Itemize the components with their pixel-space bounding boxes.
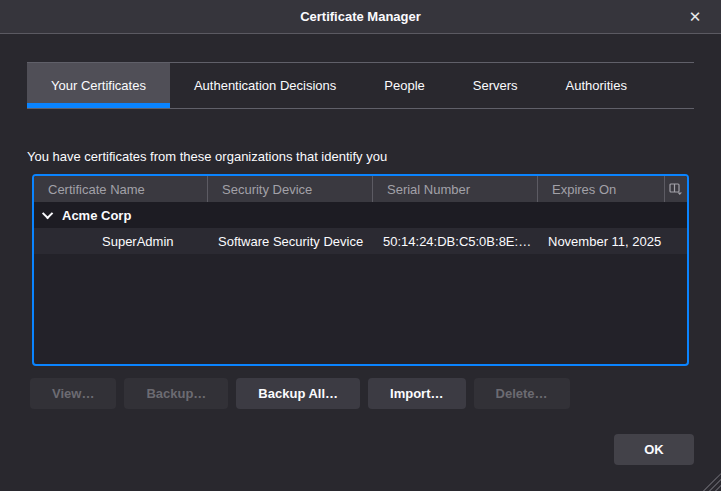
resize-grip[interactable] bbox=[701, 473, 721, 491]
cell-security-device: Software Security Device bbox=[207, 234, 372, 249]
tab-strip: Your Certificates Authentication Decisio… bbox=[27, 62, 694, 109]
dialog-footer: OK bbox=[27, 434, 694, 465]
close-icon[interactable]: ✕ bbox=[681, 0, 709, 33]
column-header-security-device[interactable]: Security Device bbox=[207, 176, 372, 202]
table-row-certificate[interactable]: SuperAdmin Software Security Device 50:1… bbox=[34, 228, 687, 254]
intro-text: You have certificates from these organiz… bbox=[27, 149, 694, 164]
cell-serial-number: 50:14:24:DB:C5:0B:8E:… bbox=[372, 234, 537, 249]
titlebar: Certificate Manager ✕ bbox=[0, 0, 721, 34]
certificate-table: Certificate Name Security Device Serial … bbox=[32, 174, 689, 366]
view-button: View… bbox=[30, 378, 116, 409]
table-header-row: Certificate Name Security Device Serial … bbox=[34, 176, 687, 202]
tab-label: Authentication Decisions bbox=[194, 78, 336, 93]
group-name: Acme Corp bbox=[62, 208, 131, 223]
column-header-expires-on[interactable]: Expires On bbox=[537, 176, 664, 202]
ok-button[interactable]: OK bbox=[614, 434, 694, 465]
table-row-group-acme-corp[interactable]: Acme Corp bbox=[34, 202, 687, 228]
certificate-manager-dialog: Certificate Manager ✕ Your Certificates … bbox=[0, 0, 721, 491]
tab-people[interactable]: People bbox=[360, 63, 448, 108]
action-button-row: View… Backup… Backup All… Import… Delete… bbox=[30, 378, 689, 409]
import-button[interactable]: Import… bbox=[368, 378, 465, 409]
column-picker-button[interactable] bbox=[664, 176, 687, 202]
tab-authentication-decisions[interactable]: Authentication Decisions bbox=[170, 63, 360, 108]
tab-servers[interactable]: Servers bbox=[449, 63, 542, 108]
column-header-serial-number[interactable]: Serial Number bbox=[372, 176, 537, 202]
cell-expires-on: November 11, 2025 bbox=[537, 234, 687, 249]
window-title: Certificate Manager bbox=[300, 9, 421, 24]
tab-label: Servers bbox=[473, 78, 518, 93]
column-header-certificate-name[interactable]: Certificate Name bbox=[34, 176, 207, 202]
tab-label: People bbox=[384, 78, 424, 93]
chevron-down-icon[interactable] bbox=[42, 208, 53, 219]
backup-button: Backup… bbox=[124, 378, 228, 409]
tab-authorities[interactable]: Authorities bbox=[542, 63, 651, 108]
tab-label: Your Certificates bbox=[51, 78, 146, 93]
tab-your-certificates[interactable]: Your Certificates bbox=[27, 63, 170, 108]
column-picker-icon bbox=[669, 183, 683, 195]
cell-certificate-name: SuperAdmin bbox=[34, 234, 207, 249]
backup-all-button[interactable]: Backup All… bbox=[236, 378, 360, 409]
tab-label: Authorities bbox=[566, 78, 627, 93]
delete-button: Delete… bbox=[474, 378, 570, 409]
dialog-content: Your Certificates Authentication Decisio… bbox=[0, 62, 721, 465]
